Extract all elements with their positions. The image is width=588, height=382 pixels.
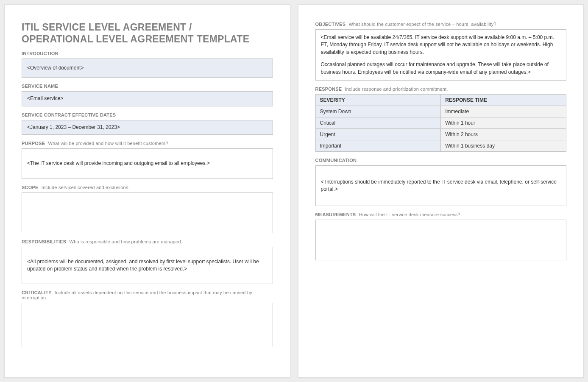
field-introduction[interactable]: <Overview of document> xyxy=(22,59,273,78)
cell-response-time[interactable]: Within 2 hours xyxy=(441,128,566,140)
hint-scope: Include services covered and exclusions. xyxy=(42,185,130,190)
label-communication: COMMUNICATION xyxy=(315,158,567,163)
objectives-para-1: <Email service will be available 24/7/36… xyxy=(321,34,561,56)
page-1: ITIL SERVICE LEVEL AGREEMENT / OPERATION… xyxy=(4,4,290,378)
hint-response: Include response and prioritization comm… xyxy=(345,86,448,92)
cell-severity[interactable]: Urgent xyxy=(315,128,441,140)
cell-response-time[interactable]: Within 1 business day xyxy=(441,140,566,151)
hint-purpose: What will be provided and how will it be… xyxy=(48,141,168,146)
header-severity: SEVERITY xyxy=(315,94,441,106)
header-response-time: RESPONSE TIME xyxy=(441,94,566,106)
table-header-row: SEVERITY RESPONSE TIME xyxy=(315,94,566,106)
field-responsibilities[interactable]: <All problems will be documented, assign… xyxy=(22,247,273,284)
field-objectives[interactable]: <Email service will be available 24/7/36… xyxy=(315,29,567,81)
hint-responsibilities: Who is responsible and how problems are … xyxy=(70,239,182,244)
hint-measurements: How will the IT service desk measure suc… xyxy=(359,212,460,217)
label-responsibilities: RESPONSIBILITIES Who is responsible and … xyxy=(22,239,273,244)
document-pages: ITIL SERVICE LEVEL AGREEMENT / OPERATION… xyxy=(4,4,584,378)
cell-severity[interactable]: Important xyxy=(315,140,441,151)
page-2: OBJECTIVES What should the customer expe… xyxy=(298,4,584,378)
cell-severity[interactable]: Critical xyxy=(315,117,441,128)
cell-response-time[interactable]: Immediate xyxy=(441,106,566,117)
cell-response-time[interactable]: Within 1 hour xyxy=(441,117,566,128)
label-scope: SCOPE Include services covered and exclu… xyxy=(22,185,273,190)
field-measurements[interactable] xyxy=(315,220,567,260)
objectives-para-2: Occasional planned outages will occur fo… xyxy=(321,61,561,76)
table-row: Critical Within 1 hour xyxy=(315,117,566,128)
document-title: ITIL SERVICE LEVEL AGREEMENT / OPERATION… xyxy=(22,22,273,45)
field-scope[interactable] xyxy=(22,192,273,233)
label-effective-dates: SERVICE CONTRACT EFFECTIVE DATES xyxy=(22,112,273,117)
field-criticality[interactable] xyxy=(22,303,273,347)
field-purpose[interactable]: <The IT service desk will provide incomi… xyxy=(22,148,273,179)
title-line-1: ITIL SERVICE LEVEL AGREEMENT / xyxy=(22,22,192,33)
hint-objectives: What should the customer expect of the s… xyxy=(348,22,496,27)
field-communication[interactable]: < Interruptions should be immediately re… xyxy=(315,165,567,206)
response-table: SEVERITY RESPONSE TIME System Down Immed… xyxy=(315,94,567,152)
label-objectives: OBJECTIVES What should the customer expe… xyxy=(315,22,567,27)
label-purpose: PURPOSE What will be provided and how wi… xyxy=(22,141,273,146)
table-row: Urgent Within 2 hours xyxy=(315,128,566,140)
label-response: RESPONSE Include response and prioritiza… xyxy=(315,86,567,92)
table-row: System Down Immediate xyxy=(315,106,566,117)
label-service-name: SERVICE NAME xyxy=(22,84,273,89)
label-introduction: INTRODUCTION xyxy=(22,51,273,56)
label-criticality: CRITICALITY Include all assets dependent… xyxy=(22,290,273,300)
label-measurements: MEASUREMENTS How will the IT service des… xyxy=(315,212,567,217)
cell-severity[interactable]: System Down xyxy=(315,106,441,117)
field-service-name[interactable]: <Email service> xyxy=(22,91,273,106)
hint-criticality: Include all assets dependent on this ser… xyxy=(22,290,252,300)
table-row: Important Within 1 business day xyxy=(315,140,566,151)
field-effective-dates[interactable]: <January 1, 2023 – December 31, 2023> xyxy=(22,120,273,135)
title-line-2: OPERATIONAL LEVEL AGREEMENT TEMPLATE xyxy=(22,33,249,45)
